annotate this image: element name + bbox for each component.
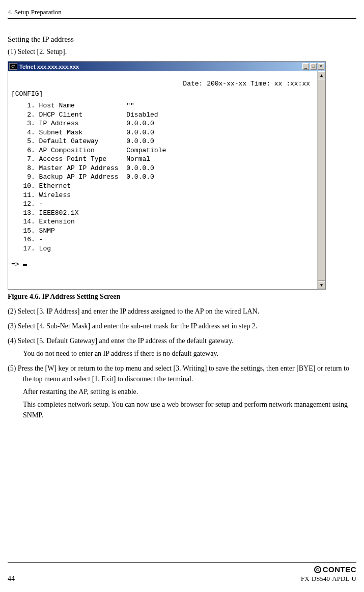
terminal-scrollbar[interactable]: ▴ ▾ — [317, 71, 325, 289]
terminal-prompt: => — [11, 260, 314, 269]
config-row: 6. AP Composition Compatible — [11, 146, 314, 155]
scroll-up-button[interactable]: ▴ — [318, 71, 325, 79]
config-row: 16. - — [11, 235, 314, 244]
contec-logo-icon — [314, 566, 321, 573]
terminal-body: Date: 200x-xx-xx Time: xx :xx:xx [CONFIG… — [8, 71, 317, 289]
close-button[interactable]: × — [318, 63, 324, 70]
contec-logo-text: CONTEC — [323, 565, 356, 574]
step-5-line2: After restarting the AP, setting is enab… — [8, 386, 356, 397]
footer-model: FX-DS540-APDL-U — [301, 575, 356, 583]
config-row: 9. Backup AP IP Address 0.0.0.0 — [11, 173, 314, 182]
config-row: 7. Access Point Type Normal — [11, 155, 314, 164]
config-row: 15. SNMP — [11, 227, 314, 236]
terminal-window: C:\ Telnet xxx.xxx.xxx.xxx _ □ × Date: 2… — [8, 61, 326, 290]
scroll-down-button[interactable]: ▾ — [318, 281, 325, 289]
step-5-line1: (5) Press the [W] key or return to the t… — [8, 363, 356, 384]
figure-caption: Figure 4.6. IP Address Setting Screen — [8, 293, 356, 301]
terminal-date-line: Date: 200x-xx-xx Time: xx :xx:xx — [11, 73, 314, 90]
config-row: 8. Master AP IP Address 0.0.0.0 — [11, 164, 314, 173]
config-label: [CONFIG] — [11, 90, 314, 99]
maximize-button[interactable]: □ — [310, 63, 317, 70]
terminal-titlebar: C:\ Telnet xxx.xxx.xxx.xxx _ □ × — [8, 62, 325, 71]
config-row: 4. Subnet Mask 0.0.0.0 — [11, 128, 314, 137]
terminal-title: Telnet xxx.xxx.xxx.xxx — [19, 64, 302, 70]
config-rows: 1. Host Name "" 2. DHCP Client Disabled … — [11, 101, 314, 253]
page-header: 4. Setup Preparation — [8, 8, 356, 19]
step-2: (2) Select [3. IP Address] and enter the… — [8, 306, 356, 317]
minimize-button[interactable]: _ — [302, 63, 309, 70]
config-row: 17. Log — [11, 244, 314, 253]
chapter-title: 4. Setup Preparation — [8, 8, 62, 16]
subsection-title: Setting the IP address — [8, 35, 356, 44]
step-1: (1) Select [2. Setup]. — [8, 48, 356, 56]
config-row: 13. IEEE802.1X — [11, 209, 314, 218]
config-row: 11. Wireless — [11, 191, 314, 200]
config-row: 10. Ethernet — [11, 182, 314, 191]
window-controls: _ □ × — [302, 63, 324, 70]
footer-branding: CONTEC FX-DS540-APDL-U — [301, 565, 356, 583]
step-3: (3) Select [4. Sub-Net Mask] and enter t… — [8, 321, 356, 331]
step-5-line3: This completes network setup. You can no… — [8, 399, 356, 420]
scroll-thumb[interactable] — [318, 79, 325, 281]
page-footer: 44 CONTEC FX-DS540-APDL-U — [8, 562, 356, 583]
step-4-line1: (4) Select [5. Default Gateway] and ente… — [8, 335, 356, 346]
page-number: 44 — [8, 575, 15, 583]
contec-logo: CONTEC — [314, 565, 356, 574]
cursor-icon — [23, 264, 27, 266]
config-row: 5. Default Gateway 0.0.0.0 — [11, 137, 314, 146]
terminal-icon: C:\ — [9, 63, 17, 70]
config-row: 1. Host Name "" — [11, 101, 314, 110]
step-4-line2: You do not need to enter an IP address i… — [8, 348, 356, 359]
config-row: 12. - — [11, 200, 314, 209]
config-row: 2. DHCP Client Disabled — [11, 110, 314, 120]
config-row: 14. Extension — [11, 217, 314, 227]
config-row: 3. IP Address 0.0.0.0 — [11, 119, 314, 128]
